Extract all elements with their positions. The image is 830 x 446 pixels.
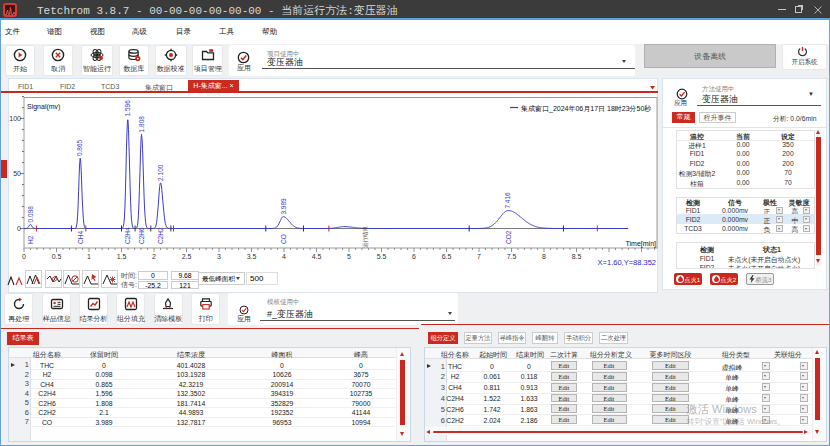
svg-text:3.5: 3.5: [247, 253, 257, 260]
svg-text:0.5: 0.5: [52, 253, 62, 260]
svg-text:1.5: 1.5: [117, 253, 127, 260]
svg-text:0: 0: [17, 225, 21, 232]
svg-text:X=1.60,Y=88.352: X=1.60,Y=88.352: [598, 258, 656, 267]
svg-text:1: 1: [87, 253, 91, 260]
svg-text:7.5: 7.5: [507, 253, 517, 260]
svg-text:7: 7: [477, 253, 481, 260]
svg-text:H2: H2: [27, 235, 34, 244]
svg-text:CO2: CO2: [505, 230, 512, 244]
svg-text:CO: CO: [280, 234, 287, 244]
svg-text:集成窗口_2024年06月17日 18时23分50秒: 集成窗口_2024年06月17日 18时23分50秒: [521, 105, 651, 113]
svg-text:C2H4: C2H4: [124, 227, 131, 244]
svg-text:50: 50: [13, 170, 21, 177]
svg-text:8.5: 8.5: [572, 253, 582, 260]
svg-text:Signal(mv): Signal(mv): [27, 103, 60, 111]
svg-text:0: 0: [22, 253, 26, 260]
svg-text:2: 2: [152, 253, 156, 260]
svg-text:5.5: 5.5: [377, 253, 387, 260]
svg-text:5: 5: [347, 253, 351, 260]
svg-text:1.596: 1.596: [124, 100, 131, 117]
svg-text:3.989: 3.989: [280, 198, 287, 215]
svg-text:2.100: 2.100: [157, 164, 164, 181]
svg-text:Time[min]: Time[min]: [626, 240, 657, 248]
svg-text:0.865: 0.865: [76, 139, 83, 156]
svg-text:2.5: 2.5: [182, 253, 192, 260]
svg-text:0.098: 0.098: [27, 206, 34, 223]
svg-text:6.5: 6.5: [442, 253, 452, 260]
svg-text:7.416: 7.416: [504, 192, 511, 209]
svg-text:C2H6: C2H6: [138, 227, 145, 244]
svg-text:运行结束: 运行结束: [362, 226, 369, 249]
svg-text:4.5: 4.5: [312, 253, 322, 260]
svg-text:CH4: CH4: [77, 231, 84, 244]
svg-text:1.808: 1.808: [138, 116, 145, 133]
svg-text:3: 3: [217, 253, 221, 260]
svg-text:8: 8: [542, 253, 546, 260]
svg-text:6: 6: [412, 253, 416, 260]
svg-text:4: 4: [282, 253, 286, 260]
svg-text:C2H2: C2H2: [157, 227, 164, 244]
svg-text:100: 100: [9, 115, 21, 122]
